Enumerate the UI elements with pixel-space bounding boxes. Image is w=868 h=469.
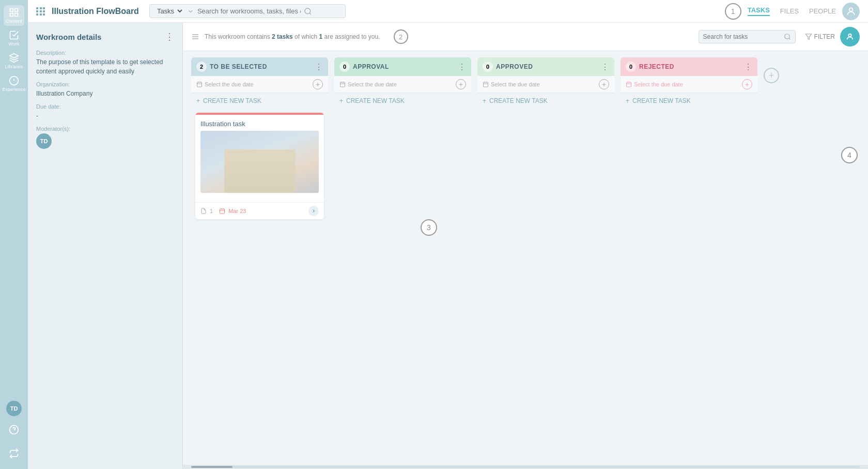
workroom-sidebar: Workroom details ⋮ Description: The purp… xyxy=(28,23,183,469)
col-add-date-approval[interactable]: + xyxy=(456,79,466,89)
create-task-to-be-selected[interactable]: + CREATE NEW TASK xyxy=(191,93,328,109)
column-approved: 0 APPROVED ⋮ Select the due date + + CRE… xyxy=(477,57,614,109)
col-menu-to-be-selected[interactable]: ⋮ xyxy=(315,62,323,72)
svg-point-11 xyxy=(849,8,853,11)
task-search-bar xyxy=(699,30,796,43)
svg-point-9 xyxy=(305,8,311,14)
col-menu-approval[interactable]: ⋮ xyxy=(458,62,466,72)
filter-icon xyxy=(805,33,812,40)
col-add-date-rejected[interactable]: + xyxy=(742,79,752,89)
col-date-placeholder-approval: Select the due date xyxy=(348,81,397,87)
svg-rect-3 xyxy=(15,13,18,17)
col-count-to-be-selected: 2 xyxy=(196,62,207,72)
col-count-approved: 0 xyxy=(483,62,493,72)
col-date-to-be-selected: Select the due date + xyxy=(191,76,328,93)
task-card-footer: 1 Mar 23 xyxy=(195,202,324,219)
svg-point-18 xyxy=(848,34,851,37)
horizontal-scrollbar[interactable] xyxy=(183,465,868,469)
svg-line-10 xyxy=(309,13,311,14)
filter-label: FILTER xyxy=(814,33,835,40)
calendar-icon-approved xyxy=(483,81,489,87)
organization-label: Organization: xyxy=(36,81,174,87)
col-date-placeholder-rejected: Select the due date xyxy=(634,81,683,87)
sidebar-item-experience-label: Experience xyxy=(2,87,25,92)
sidebar-item-work[interactable]: Work xyxy=(4,28,24,49)
moderator-avatar[interactable]: TD xyxy=(36,133,52,149)
scrollbar-track xyxy=(191,466,860,468)
task-search-input[interactable] xyxy=(703,31,781,43)
search-type-dropdown[interactable]: Tasks xyxy=(154,5,184,18)
app-grid-icon[interactable] xyxy=(36,7,45,16)
calendar-icon-rejected xyxy=(626,81,632,87)
due-date-value: - xyxy=(36,111,174,120)
col-header-approval: 0 APPROVAL ⋮ xyxy=(334,57,471,76)
column-to-be-selected: 2 TO BE SELECTED ⋮ Select the due date +… xyxy=(191,57,328,223)
col-date-approval: Select the due date + xyxy=(334,76,471,93)
column-approval: 0 APPROVAL ⋮ Select the due date + + CRE… xyxy=(334,57,471,109)
svg-rect-2 xyxy=(10,13,13,17)
sidebar-item-experience[interactable]: Experience xyxy=(4,73,24,94)
sidebar-item-content[interactable]: Content xyxy=(4,5,24,26)
workroom-menu-button[interactable]: ⋮ xyxy=(165,31,174,42)
user-avatar-header[interactable] xyxy=(842,3,860,20)
task-doc-count: 1 xyxy=(210,208,213,214)
add-column-button[interactable]: + xyxy=(764,68,779,83)
user-avatar-sidebar[interactable]: TD xyxy=(6,401,22,416)
nav-files[interactable]: FILES xyxy=(780,7,799,15)
col-header-rejected: 0 REJECTED ⋮ xyxy=(621,57,757,76)
dropdown-arrow-icon xyxy=(187,8,194,15)
global-search-bar: Tasks xyxy=(149,4,346,18)
col-add-date-approved[interactable]: + xyxy=(599,79,609,89)
svg-rect-35 xyxy=(627,82,631,87)
svg-marker-17 xyxy=(805,34,812,40)
sidebar-item-work-label: Work xyxy=(9,41,20,47)
nav-tasks[interactable]: TASKS xyxy=(748,6,770,16)
description-value: The purpose of this template is to get s… xyxy=(36,57,174,76)
create-task-approved[interactable]: + CREATE NEW TASK xyxy=(477,93,614,109)
svg-rect-31 xyxy=(484,82,488,87)
filter-button[interactable]: FILTER xyxy=(805,33,835,40)
create-task-rejected[interactable]: + CREATE NEW TASK xyxy=(621,93,757,109)
left-sidebar: Content Work Libraries Experience TD xyxy=(0,0,28,469)
tasks-toolbar: This workroom contains 2 tasks of which … xyxy=(183,23,868,51)
help-icon[interactable] xyxy=(4,419,24,440)
sidebar-item-content-label: Content xyxy=(6,19,22,24)
building-shape xyxy=(224,149,295,193)
moderators-label: Moderator(s): xyxy=(36,126,174,132)
col-date-placeholder-approved: Select the due date xyxy=(491,81,540,87)
col-title-approved: APPROVED xyxy=(496,63,598,70)
col-menu-rejected[interactable]: ⋮ xyxy=(744,62,752,72)
tasks-board-wrapper: This workroom contains 2 tasks of which … xyxy=(183,23,868,469)
description-label: Description: xyxy=(36,50,174,56)
nav-people[interactable]: PEOPLE xyxy=(809,7,836,15)
svg-rect-23 xyxy=(220,209,225,214)
main-content: Illustration FlowBoard Tasks 1 TASKS FIL… xyxy=(28,0,868,469)
col-menu-approved[interactable]: ⋮ xyxy=(601,62,609,72)
calendar-icon xyxy=(196,81,203,87)
svg-rect-0 xyxy=(10,9,13,12)
col-add-date-to-be-selected[interactable]: + xyxy=(313,79,323,89)
col-date-approved: Select the due date + xyxy=(477,76,614,93)
task-search-icon xyxy=(784,33,791,40)
settings-icon[interactable] xyxy=(4,443,24,464)
svg-rect-1 xyxy=(15,9,18,12)
col-header-approved: 0 APPROVED ⋮ xyxy=(477,57,614,76)
app-title: Illustration FlowBoard xyxy=(52,7,139,16)
menu-lines-icon xyxy=(191,33,199,41)
col-date-placeholder-to-be-selected: Select the due date xyxy=(205,81,254,87)
task-card-title: Illustration task xyxy=(200,120,319,128)
sidebar-item-libraries[interactable]: Libraries xyxy=(4,51,24,71)
user-action-button[interactable] xyxy=(840,27,860,47)
toolbar-info-text: This workroom contains 2 tasks of which … xyxy=(205,33,380,40)
task-arrow-button[interactable] xyxy=(308,206,319,216)
organization-value: Illustration Company xyxy=(36,89,174,98)
svg-rect-27 xyxy=(340,82,345,87)
task-card-illustration[interactable]: Illustration task 1 Mar 23 xyxy=(195,113,324,219)
global-search-input[interactable] xyxy=(197,5,301,17)
col-title-approval: APPROVAL xyxy=(353,63,455,70)
scrollbar-thumb xyxy=(191,466,233,468)
building-illustration xyxy=(200,131,319,193)
create-task-approval[interactable]: + CREATE NEW TASK xyxy=(334,93,471,109)
task-card-body: Illustration task xyxy=(195,115,324,202)
header-nav: TASKS FILES PEOPLE xyxy=(748,6,836,16)
